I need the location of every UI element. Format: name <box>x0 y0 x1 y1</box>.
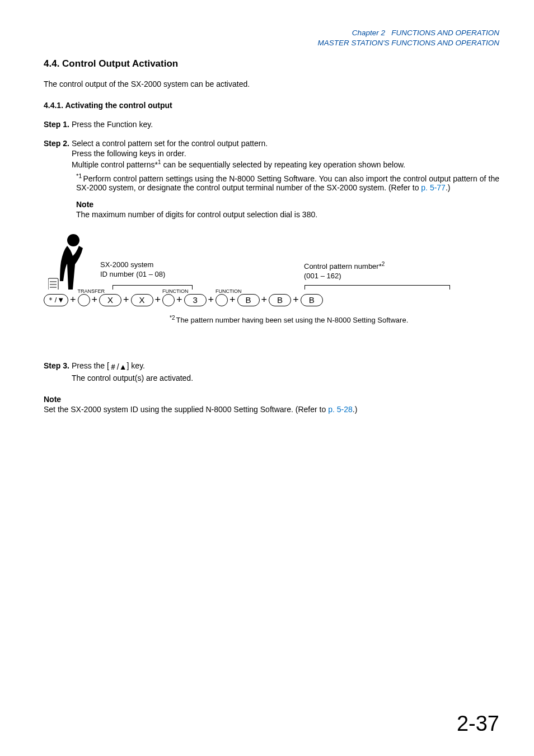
annotation-sx2000: SX-2000 system ID number (01 – 08) <box>100 260 184 279</box>
function-label: FUNCTION <box>216 288 228 294</box>
plus-icon: + <box>155 294 161 306</box>
step3-line1: Press the [＃/▲] key. <box>72 361 193 372</box>
intro-text: The control output of the SX-2000 system… <box>44 80 499 88</box>
plus-icon: + <box>261 294 268 306</box>
b-key: B <box>269 294 291 306</box>
footnote-1: *1Perform control pattern settings using… <box>76 172 499 192</box>
b-key: B <box>237 294 260 306</box>
note-label: Note <box>44 395 499 404</box>
step-1: Step 1. Press the Function key. <box>44 120 499 129</box>
step2-line2: Press the following keys in order. <box>72 149 405 158</box>
three-key: 3 <box>184 294 207 306</box>
function-key <box>162 294 175 306</box>
plus-icon: + <box>208 294 214 306</box>
chapter-title-2: MASTER STATION'S FUNCTIONS AND OPERATION <box>44 38 499 48</box>
step2-line1: Select a control pattern set for the con… <box>72 139 405 148</box>
plus-icon: + <box>70 294 76 306</box>
page-ref-link[interactable]: p. 5-28 <box>328 405 353 414</box>
step-2: Step 2. Select a control pattern set for… <box>44 139 499 169</box>
plus-icon: + <box>92 294 98 306</box>
svg-rect-1 <box>48 278 58 290</box>
person-icon <box>48 234 88 290</box>
chapter-prefix: Chapter 2 <box>352 29 385 37</box>
plus-icon: + <box>123 294 129 306</box>
b-key: B <box>301 294 323 306</box>
subsection-number: 4.4.1. <box>44 101 63 110</box>
section-number: 4.4. <box>44 58 59 69</box>
page-number: 2-37 <box>457 712 499 736</box>
x-key: X <box>131 294 153 306</box>
plus-icon: + <box>176 294 182 306</box>
document-page: Chapter 2 FUNCTIONS AND OPERATION MASTER… <box>0 0 534 756</box>
transfer-label: TRANSFER <box>78 288 90 294</box>
step-label: Step 2. <box>44 139 69 169</box>
hash-up-key: ＃/▲ <box>109 362 127 372</box>
function-label: FUNCTION <box>162 288 175 294</box>
subsection-title: 4.4.1. Activating the control output <box>44 101 499 110</box>
step-label: Step 1. <box>44 120 69 129</box>
step-text: Press the Function key. <box>72 120 153 129</box>
page-ref-link[interactable]: p. 5-77 <box>421 183 446 192</box>
svg-point-0 <box>67 234 79 246</box>
footnote-2: *2The pattern number having been set usi… <box>170 315 408 324</box>
function-key <box>216 294 228 306</box>
key-row: ＊/▼ + TRANSFER + X + X + FUNCTION + 3 + … <box>44 294 323 306</box>
step3-line2: The control output(s) are activated. <box>72 374 193 382</box>
step2-line3: Multiple control patterns*1 can be seque… <box>72 159 405 169</box>
key-sequence-diagram: SX-2000 system ID number (01 – 08) Contr… <box>44 234 499 334</box>
annotation-control-pattern: Control pattern number*2 (001 – 162) <box>304 260 427 281</box>
x-key: X <box>99 294 121 306</box>
chapter-header: Chapter 2 FUNCTIONS AND OPERATION MASTER… <box>44 28 499 48</box>
bracket-icon <box>305 285 450 290</box>
section-title: 4.4. Control Output Activation <box>44 58 499 69</box>
note-body: The maximum number of digits for control… <box>76 210 499 219</box>
section-name: Control Output Activation <box>62 58 178 69</box>
chapter-title-1: FUNCTIONS AND OPERATION <box>391 29 499 37</box>
step-label: Step 3. <box>44 361 69 382</box>
note-body: Set the SX-2000 system ID using the supp… <box>44 405 499 414</box>
plus-icon: + <box>293 294 299 306</box>
plus-icon: + <box>229 294 236 306</box>
note-label: Note <box>76 200 499 209</box>
star-down-key: ＊/▼ <box>44 294 68 306</box>
transfer-key <box>78 294 90 306</box>
step-3: Step 3. Press the [＃/▲] key. The control… <box>44 361 499 382</box>
subsection-name: Activating the control output <box>65 101 172 110</box>
